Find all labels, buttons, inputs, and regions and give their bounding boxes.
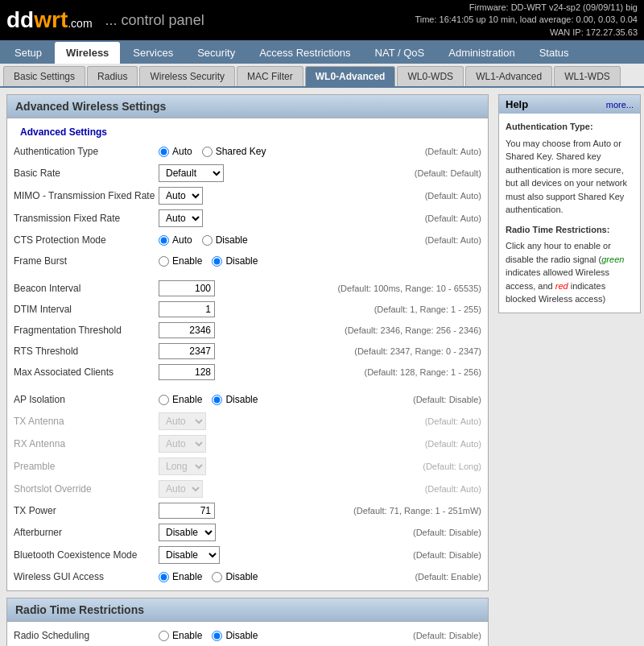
cts-auto-option[interactable]: Auto xyxy=(159,234,192,246)
preamble-value: LongShort xyxy=(159,458,415,475)
tx-power-input[interactable] xyxy=(159,503,215,519)
help-radio-time-text: Click any hour to enable or disable the … xyxy=(506,239,634,306)
frame-burst-value: Enable Disable xyxy=(159,255,473,267)
afterburner-label: Afterburner xyxy=(14,527,159,538)
ap-isolation-disable-option[interactable]: Disable xyxy=(212,394,258,405)
ap-isolation-row: AP Isolation Enable Disable (Default: Di… xyxy=(14,389,481,410)
wireless-gui-disable-option[interactable]: Disable xyxy=(212,571,258,582)
rx-antenna-label: RX Antenna xyxy=(14,438,159,449)
frame-burst-enable-radio[interactable] xyxy=(159,256,169,267)
wan-ip-info: WAN IP: 172.27.35.63 xyxy=(415,27,638,39)
auth-type-shared-radio[interactable] xyxy=(202,147,213,157)
nav-tab-services[interactable]: Services xyxy=(122,42,184,64)
tx-fixed-rate-default: (Default: Auto) xyxy=(425,213,481,223)
cts-disable-radio[interactable] xyxy=(202,235,213,246)
subtab-mac-filter[interactable]: MAC Filter xyxy=(237,66,303,86)
auth-type-auto-option[interactable]: Auto xyxy=(159,146,192,157)
tx-antenna-value: AutoLeftRight xyxy=(159,412,417,430)
ap-isolation-value: Enable Disable xyxy=(159,394,405,405)
tx-antenna-row: TX Antenna AutoLeftRight (Default: Auto) xyxy=(14,410,481,433)
preamble-select[interactable]: LongShort xyxy=(159,458,206,475)
nav-tab-status[interactable]: Status xyxy=(528,42,580,64)
header: ddwrt.com ... control panel Firmware: DD… xyxy=(0,0,644,40)
shortslot-default: (Default: Auto) xyxy=(425,484,481,494)
tx-power-label: TX Power xyxy=(14,505,159,516)
ap-isolation-default: (Default: Disable) xyxy=(413,395,481,404)
ap-isolation-disable-radio[interactable] xyxy=(212,395,222,405)
auth-type-auto-radio[interactable] xyxy=(159,147,169,157)
mimo-rate-row: MIMO - Transmission Fixed Rate Auto125.5… xyxy=(14,184,481,207)
wireless-gui-enable-radio[interactable] xyxy=(159,572,169,582)
tx-antenna-default: (Default: Auto) xyxy=(425,416,481,426)
subtab-wl1-advanced[interactable]: WL1-Advanced xyxy=(465,66,552,86)
nav-tab-security[interactable]: Security xyxy=(186,42,246,64)
help-more-link[interactable]: more... xyxy=(606,100,634,110)
radio-scheduling-enable-radio[interactable] xyxy=(159,631,169,641)
max-clients-input[interactable] xyxy=(159,364,215,380)
ap-isolation-enable-radio[interactable] xyxy=(159,395,169,405)
tx-antenna-select[interactable]: AutoLeftRight xyxy=(159,412,206,430)
frame-burst-enable-option[interactable]: Enable xyxy=(159,255,202,267)
frag-threshold-label: Fragmentation Threshold xyxy=(14,325,159,336)
preamble-row: Preamble LongShort (Default: Long) xyxy=(14,455,481,478)
subtab-basic-settings[interactable]: Basic Settings xyxy=(3,66,85,86)
right-panel: Help more... Authentication Type: You ma… xyxy=(495,88,644,646)
rts-threshold-default: (Default: 2347, Range: 0 - 2347) xyxy=(354,346,481,356)
tx-antenna-label: TX Antenna xyxy=(14,416,159,427)
wireless-gui-radio-group: Enable Disable xyxy=(159,571,258,582)
nav-tab-nat-qos[interactable]: NAT / QoS xyxy=(364,42,436,64)
radio-scheduling-value: Enable Disable xyxy=(159,630,405,641)
subtab-wl0-wds[interactable]: WL0-WDS xyxy=(397,66,464,86)
frag-threshold-input[interactable] xyxy=(159,322,215,338)
frame-burst-disable-radio[interactable] xyxy=(212,256,222,267)
mimo-rate-label: MIMO - Transmission Fixed Rate xyxy=(14,190,159,201)
mimo-rate-select[interactable]: Auto125.5 xyxy=(159,187,203,205)
max-clients-label: Max Associated Clients xyxy=(14,366,159,378)
tx-power-value xyxy=(159,503,345,519)
nav-tab-setup[interactable]: Setup xyxy=(3,42,53,64)
subtab-wl0-advanced[interactable]: WL0-Advanced xyxy=(305,66,396,86)
header-info: Firmware: DD-WRT v24-sp2 (09/09/11) big … xyxy=(415,2,638,39)
auth-type-shared-option[interactable]: Shared Key xyxy=(202,146,266,157)
wireless-gui-enable-option[interactable]: Enable xyxy=(159,571,202,582)
tx-fixed-rate-row: Transmission Fixed Rate Auto125.511 (Def… xyxy=(14,207,481,230)
afterburner-value: DisableEnable xyxy=(159,524,405,541)
afterburner-select[interactable]: DisableEnable xyxy=(159,524,216,541)
bluetooth-select[interactable]: DisableEnablePreempt xyxy=(159,546,220,564)
cts-label: CTS Protection Mode xyxy=(14,234,159,246)
nav-tab-administration[interactable]: Administration xyxy=(437,42,526,64)
auth-type-default: (Default: Auto) xyxy=(425,147,481,156)
basic-rate-select[interactable]: Default1-2 MbpsAll xyxy=(159,164,224,182)
subtab-wl1-wds[interactable]: WL1-WDS xyxy=(554,66,621,86)
beacon-interval-input[interactable] xyxy=(159,280,215,296)
radio-time-section: Radio Time Restrictions Radio Scheduling… xyxy=(6,598,489,646)
radio-scheduling-enable-option[interactable]: Enable xyxy=(159,630,202,641)
bluetooth-value: DisableEnablePreempt xyxy=(159,546,405,564)
basic-rate-value: Default1-2 MbpsAll xyxy=(159,164,407,182)
shortslot-row: Shortslot Override AutoOffOn (Default: A… xyxy=(14,478,481,500)
rts-threshold-input[interactable] xyxy=(159,343,215,359)
help-green-text: green xyxy=(601,255,624,264)
tx-fixed-rate-select[interactable]: Auto125.511 xyxy=(159,209,203,227)
dtim-interval-input[interactable] xyxy=(159,301,215,317)
radio-scheduling-disable-option[interactable]: Disable xyxy=(212,630,258,641)
rx-antenna-row: RX Antenna AutoLeftRight (Default: Auto) xyxy=(14,433,481,455)
cts-disable-option[interactable]: Disable xyxy=(202,234,248,246)
left-panel: Advanced Wireless Settings Advanced Sett… xyxy=(0,88,495,646)
afterburner-row: Afterburner DisableEnable (Default: Disa… xyxy=(14,521,481,544)
rx-antenna-select[interactable]: AutoLeftRight xyxy=(159,435,206,453)
cts-auto-radio[interactable] xyxy=(159,235,169,246)
logo-text: ddwrt.com xyxy=(6,7,93,33)
shortslot-select[interactable]: AutoOffOn xyxy=(159,480,203,498)
wireless-gui-disable-radio[interactable] xyxy=(212,572,222,582)
subtab-radius[interactable]: Radius xyxy=(87,66,138,86)
ap-isolation-enable-option[interactable]: Enable xyxy=(159,394,202,405)
nav-tab-access-restrictions[interactable]: Access Restrictions xyxy=(248,42,361,64)
bluetooth-label: Bluetooth Coexistence Mode xyxy=(14,549,159,561)
nav-tab-wireless[interactable]: Wireless xyxy=(55,42,120,64)
help-red-text: red xyxy=(555,281,568,291)
frame-burst-disable-option[interactable]: Disable xyxy=(212,255,258,267)
radio-scheduling-disable-radio[interactable] xyxy=(212,631,222,641)
wireless-gui-label: Wireless GUI Access xyxy=(14,571,159,582)
subtab-wireless-security[interactable]: Wireless Security xyxy=(139,66,235,86)
